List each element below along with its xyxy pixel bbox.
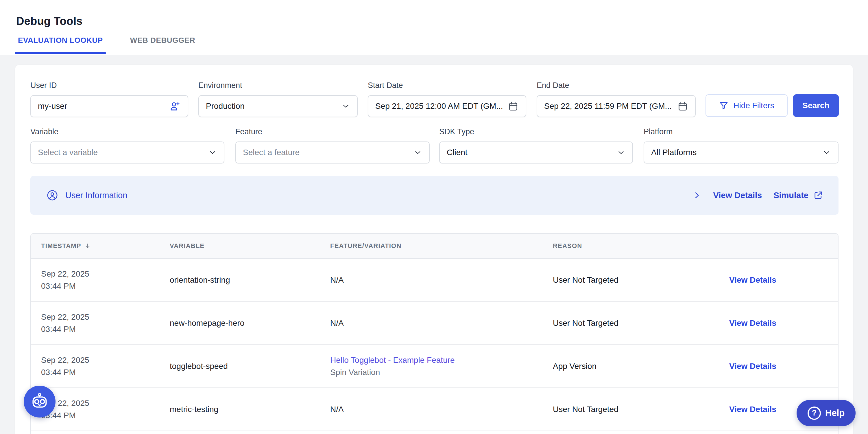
feature-label: Feature xyxy=(235,127,430,136)
calendar-icon[interactable] xyxy=(508,101,519,112)
search-button[interactable]: Search xyxy=(793,94,839,117)
start-date-field: Start Date Sep 21, 2025 12:00 AM EDT (GM… xyxy=(368,81,526,117)
feature-field: Feature Select a feature xyxy=(235,127,430,164)
tab-label: WEB DEBUGGER xyxy=(130,36,195,45)
table-row: Sep 22, 202503:44 PMnew-homepage-heroN/A… xyxy=(31,302,838,345)
user-information-banner: User Information View Details Simulate xyxy=(30,176,838,215)
column-header-reason[interactable]: REASON xyxy=(543,242,719,250)
row-view-details-link[interactable]: View Details xyxy=(729,405,776,414)
hide-filters-label: Hide Filters xyxy=(733,101,774,110)
environment-value: Production xyxy=(206,102,341,111)
timestamp-cell: Sep 22, 202503:44 PM xyxy=(31,311,160,335)
user-circle-icon xyxy=(46,189,58,201)
table-row: Sep 22, 202503:44 PMmetric-testingN/AUse… xyxy=(31,388,838,431)
feature-variation-cell: Hello Togglebot - Example FeatureSpin Va… xyxy=(320,354,543,378)
variable-label: Variable xyxy=(30,127,224,136)
start-date-input[interactable]: Sep 21, 2025 12:00 AM EDT (GM... xyxy=(368,95,526,117)
column-label: VARIABLE xyxy=(170,242,205,250)
user-information-toggle[interactable]: User Information xyxy=(46,189,127,201)
variation-label: Spin Variation xyxy=(330,366,543,378)
user-id-value: my-user xyxy=(38,102,169,111)
action-cell: View Details xyxy=(719,317,838,329)
row-view-details-link[interactable]: View Details xyxy=(729,361,776,371)
chevron-down-icon xyxy=(208,148,217,157)
help-label: Help xyxy=(825,408,844,418)
sdk-type-label: SDK Type xyxy=(439,127,633,136)
chevron-right-icon[interactable] xyxy=(692,191,702,200)
view-details-label: View Details xyxy=(713,191,762,200)
sdk-type-field: SDK Type Client xyxy=(439,127,633,164)
feature-link[interactable]: Hello Togglebot - Example Feature xyxy=(330,354,543,366)
row-view-details-link[interactable]: View Details xyxy=(729,319,776,327)
column-header-variable[interactable]: VARIABLE xyxy=(160,242,320,250)
platform-label: Platform xyxy=(644,127,838,136)
reason-cell: App Version xyxy=(543,360,719,372)
variable-cell: metric-testing xyxy=(160,403,320,415)
platform-value: All Platforms xyxy=(651,148,822,157)
variable-cell: new-homepage-hero xyxy=(160,317,320,329)
row-view-details-link[interactable]: View Details xyxy=(729,276,776,284)
user-information-title: User Information xyxy=(65,191,127,200)
reason-cell: User Not Targeted xyxy=(543,274,719,286)
sort-desc-icon xyxy=(84,242,91,250)
tab-web-debugger[interactable]: WEB DEBUGGER xyxy=(127,36,198,55)
chevron-down-icon xyxy=(822,148,831,157)
platform-field: Platform All Platforms xyxy=(644,127,838,164)
hide-filters-button[interactable]: Hide Filters xyxy=(706,94,787,117)
chevron-down-icon xyxy=(617,148,625,157)
calendar-icon[interactable] xyxy=(677,101,688,112)
end-date-label: End Date xyxy=(537,81,696,90)
table-body: Sep 22, 202503:44 PMorientation-stringN/… xyxy=(31,259,838,434)
end-date-input[interactable]: Sep 22, 2025 11:59 PM EDT (GM... xyxy=(537,95,696,117)
column-label: TIMESTAMP xyxy=(41,242,81,250)
column-label: REASON xyxy=(553,242,582,250)
sdk-type-value: Client xyxy=(447,148,617,157)
start-date-value: Sep 21, 2025 12:00 AM EDT (GM... xyxy=(375,102,508,111)
variable-select[interactable]: Select a variable xyxy=(30,142,224,164)
variable-field: Variable Select a variable xyxy=(30,127,224,164)
variable-value: Select a variable xyxy=(38,148,208,157)
end-date-value: Sep 22, 2025 11:59 PM EDT (GM... xyxy=(544,102,677,111)
reason-cell: User Not Targeted xyxy=(543,317,719,329)
help-button[interactable]: ? Help xyxy=(797,400,856,426)
togglebot-chat-fab[interactable] xyxy=(24,386,56,417)
start-date-label: Start Date xyxy=(368,81,526,90)
chevron-down-icon xyxy=(413,148,422,157)
environment-label: Environment xyxy=(198,81,358,90)
action-cell: View Details xyxy=(719,274,838,286)
filter-funnel-icon xyxy=(719,101,728,111)
user-id-field: User ID my-user xyxy=(30,81,188,117)
table-row: Sep 22, 202503:44 PMorientation-stringN/… xyxy=(31,259,838,302)
user-id-label: User ID xyxy=(30,81,188,90)
evaluation-lookup-panel: User ID my-user Environment Production S… xyxy=(15,65,853,434)
sdk-type-select[interactable]: Client xyxy=(439,142,633,164)
robot-icon xyxy=(29,391,50,412)
tab-label: EVALUATION LOOKUP xyxy=(18,36,103,45)
feature-variation-cell: N/A xyxy=(320,403,543,415)
evaluations-table: TIMESTAMP VARIABLE FEATURE/VARIATION REA… xyxy=(30,233,838,434)
environment-select[interactable]: Production xyxy=(198,95,358,117)
column-header-timestamp[interactable]: TIMESTAMP xyxy=(31,242,160,250)
column-label: FEATURE/VARIATION xyxy=(330,242,402,250)
page-header: Debug Tools EVALUATION LOOKUP WEB DEBUGG… xyxy=(0,0,868,55)
user-plus-icon[interactable] xyxy=(169,100,181,112)
table-row: Sep 22, 202503:44 PMtogglebot-speedHello… xyxy=(31,345,838,388)
simulate-link[interactable]: Simulate xyxy=(773,190,824,201)
timestamp-cell: Sep 22, 202503:44 PM xyxy=(31,268,160,292)
column-header-feature-variation[interactable]: FEATURE/VARIATION xyxy=(320,242,543,250)
tab-evaluation-lookup[interactable]: EVALUATION LOOKUP xyxy=(15,36,106,55)
action-cell: View Details xyxy=(719,360,838,372)
user-id-input[interactable]: my-user xyxy=(30,95,188,117)
question-mark-icon: ? xyxy=(808,406,821,420)
search-label: Search xyxy=(802,101,829,110)
variable-cell: orientation-string xyxy=(160,274,320,286)
chevron-down-icon xyxy=(341,102,350,111)
platform-select[interactable]: All Platforms xyxy=(644,142,838,164)
table-header-row: TIMESTAMP VARIABLE FEATURE/VARIATION REA… xyxy=(31,234,838,259)
banner-view-details-link[interactable]: View Details xyxy=(713,191,762,200)
feature-select[interactable]: Select a feature xyxy=(235,142,430,164)
banner-actions: View Details Simulate xyxy=(692,190,824,201)
tab-bar: EVALUATION LOOKUP WEB DEBUGGER xyxy=(15,36,198,55)
table-row-partial xyxy=(31,431,838,434)
feature-value: Select a feature xyxy=(243,148,413,157)
